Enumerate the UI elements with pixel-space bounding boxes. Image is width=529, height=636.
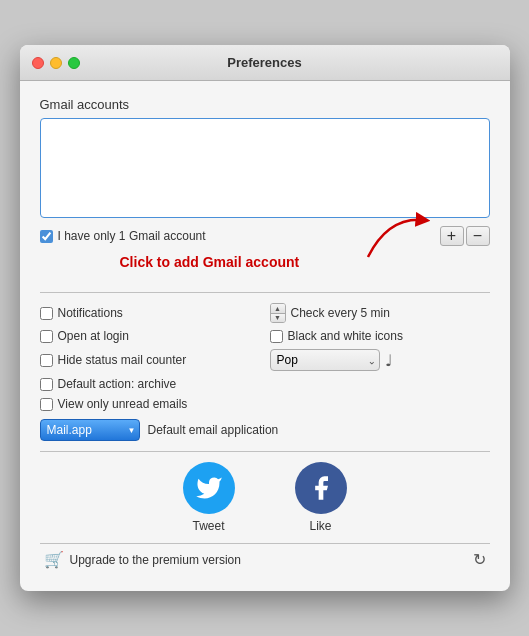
open-at-login-option[interactable]: Open at login (40, 329, 260, 343)
view-unread-label: View only unread emails (58, 397, 188, 411)
open-at-login-label: Open at login (58, 329, 129, 343)
add-account-button[interactable]: + (440, 226, 464, 246)
music-note-icon[interactable]: ♩ (385, 351, 393, 370)
view-unread-checkbox[interactable] (40, 398, 53, 411)
section-label-accounts: Gmail accounts (40, 97, 490, 112)
divider-1 (40, 292, 490, 293)
accounts-list-box (40, 118, 490, 218)
check-frequency-stepper[interactable]: ▲ ▼ (270, 303, 286, 323)
click-hint-text: Click to add Gmail account (120, 254, 300, 270)
divider-2 (40, 451, 490, 452)
only-one-account-checkbox[interactable] (40, 230, 53, 243)
sound-select[interactable]: Pop Glass Basso (270, 349, 380, 371)
refresh-icon[interactable]: ↻ (473, 550, 486, 569)
black-white-option[interactable]: Black and white icons (270, 329, 490, 343)
add-arrow-icon (358, 212, 438, 262)
window-title: Preferences (227, 55, 301, 70)
stepper-down-button[interactable]: ▼ (271, 314, 285, 323)
options-grid: Notifications ▲ ▼ Check every 5 min Open… (40, 303, 490, 411)
email-app-select[interactable]: Mail.app Airmail Spark (40, 419, 140, 441)
close-button[interactable] (32, 57, 44, 69)
open-at-login-checkbox[interactable] (40, 330, 53, 343)
sound-row: Pop Glass Basso ♩ (270, 349, 490, 371)
black-white-label: Black and white icons (288, 329, 403, 343)
default-action-option[interactable]: Default action: archive (40, 377, 260, 391)
check-every-row: ▲ ▼ Check every 5 min (270, 303, 490, 323)
remove-account-button[interactable]: − (466, 226, 490, 246)
hint-area: Click to add Gmail account (40, 250, 490, 282)
titlebar: Preferences (20, 45, 510, 81)
upgrade-row: 🛒 Upgrade to the premium version ↻ (40, 543, 490, 575)
preferences-window: Preferences Gmail accounts I have only 1… (20, 45, 510, 591)
cart-icon: 🛒 (44, 550, 64, 569)
email-app-label: Default email application (148, 423, 279, 437)
notifications-label: Notifications (58, 306, 123, 320)
check-every-label: Check every 5 min (291, 306, 390, 320)
email-app-row: Mail.app Airmail Spark Default email app… (40, 419, 490, 441)
social-row: Tweet Like (40, 462, 490, 533)
sound-select-wrapper: Pop Glass Basso (270, 349, 380, 371)
add-remove-buttons: + − (440, 226, 490, 246)
stepper-up-button[interactable]: ▲ (271, 304, 285, 314)
twitter-icon (183, 462, 235, 514)
like-button[interactable]: Like (295, 462, 347, 533)
twitter-bird-icon (195, 474, 223, 502)
tweet-label: Tweet (192, 519, 224, 533)
upgrade-label[interactable]: Upgrade to the premium version (70, 553, 241, 567)
hide-status-label: Hide status mail counter (58, 353, 187, 367)
only-one-account-text: I have only 1 Gmail account (58, 229, 206, 243)
hide-status-checkbox[interactable] (40, 354, 53, 367)
notifications-option[interactable]: Notifications (40, 303, 260, 323)
only-one-account-label[interactable]: I have only 1 Gmail account (40, 229, 206, 243)
content-area: Gmail accounts I have only 1 Gmail accou… (20, 81, 510, 591)
default-action-checkbox[interactable] (40, 378, 53, 391)
minimize-button[interactable] (50, 57, 62, 69)
tweet-button[interactable]: Tweet (183, 462, 235, 533)
like-label: Like (309, 519, 331, 533)
upgrade-left: 🛒 Upgrade to the premium version (44, 550, 241, 569)
facebook-f-icon (307, 474, 335, 502)
email-app-select-wrapper: Mail.app Airmail Spark (40, 419, 140, 441)
facebook-icon (295, 462, 347, 514)
notifications-checkbox[interactable] (40, 307, 53, 320)
view-unread-option[interactable]: View only unread emails (40, 397, 260, 411)
default-action-label: Default action: archive (58, 377, 177, 391)
traffic-lights (32, 57, 80, 69)
hide-status-option[interactable]: Hide status mail counter (40, 349, 260, 371)
maximize-button[interactable] (68, 57, 80, 69)
black-white-checkbox[interactable] (270, 330, 283, 343)
